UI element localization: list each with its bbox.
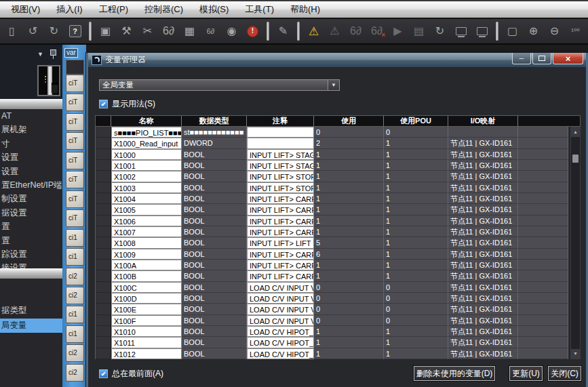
cell-comment[interactable]: INPUT LIFT> CARR [247,216,314,226]
row-selector[interactable] [96,171,111,182]
background-row-7[interactable]: ciT [66,209,84,227]
toolbar-button-go-offline[interactable]: ⚠ [324,21,345,41]
background-row-14[interactable]: ci2 [66,344,84,362]
row-selector[interactable] [96,293,111,304]
toolbar-button-build[interactable]: ⚒ [116,21,137,41]
sidebar-item-top-6[interactable]: 制设置 [0,192,62,205]
toolbar-button-error-list[interactable]: ! [242,21,263,41]
cell-comment[interactable]: INPUT LIFT> STAG [247,160,314,171]
close-button[interactable]: 关闭(C) [548,366,581,381]
cell-name[interactable]: X100E [111,304,182,314]
background-row-15[interactable]: ci2 [66,364,84,382]
cell-comment[interactable]: LOAD C/V INPUT V [247,315,314,326]
toolbar-button-zoom-in[interactable]: ⊕ [523,21,544,41]
row-selector[interactable] [96,127,111,138]
sidebar-item-top-7[interactable]: 据设置 [0,206,62,220]
cell-comment[interactable]: INPUT LIFT> CARR [247,260,314,270]
menu-item-5[interactable]: 工具(T) [237,3,282,16]
cell-name[interactable]: X100C [111,282,182,293]
toolbar-button-fit-zoom[interactable]: ▢ [502,21,523,41]
menu-item-2[interactable]: 工程(P) [91,3,136,16]
close-button[interactable]: × [553,53,583,64]
toolbar-button-delete[interactable]: ▯ [1,21,22,41]
scrollbar-thumb[interactable] [572,155,579,163]
background-row-12[interactable]: ci1 [66,306,84,323]
background-row-9[interactable]: ci1 [66,248,84,266]
cell-comment[interactable]: INPUT LIFT> STOP [247,171,314,182]
menu-item-3[interactable]: 控制器(C) [136,3,191,16]
row-selector[interactable] [96,204,111,215]
menu-item-0[interactable]: 视图(V) [3,3,48,16]
vertical-scrollbar[interactable]: ▴ ▾ [570,127,581,359]
cell-name[interactable]: X1008 [111,237,182,248]
row-selector[interactable] [96,260,111,270]
background-row-4[interactable]: ciT [66,152,84,169]
sidebar-item-top-8[interactable]: 置 [0,220,62,233]
row-selector[interactable] [96,326,111,337]
toolbar-button-run-program[interactable]: ▶ [387,21,408,41]
toolbar-button-edit-mode[interactable]: ✎ [273,21,294,41]
cell-comment[interactable]: INPUT LIFT> CARR [247,193,314,204]
cell-name[interactable]: s■■■■PIO_LIST■■■ [111,127,182,138]
show-usage-checkbox[interactable]: ✔ [99,100,108,108]
sidebar-item-top-10[interactable]: 踪设置 [0,247,62,261]
column-header-0[interactable]: 名称 [111,116,182,126]
column-header-5[interactable]: I/O映射 [448,116,518,126]
cell-name[interactable]: X1000 [111,149,182,160]
row-selector[interactable] [96,249,111,260]
cell-name[interactable]: X100F [111,315,182,326]
background-row-10[interactable]: ci2 [66,268,84,285]
cell-comment[interactable]: LOAD C/V HIPOT_ [247,326,314,337]
scroll-up-arrow[interactable]: ▴ [571,127,580,137]
cell-comment[interactable]: INPUT LIFT> CARR [247,270,314,281]
cell-comment[interactable]: INPUT LIFT> LIFT ( [247,237,314,248]
delete-unused-button[interactable]: 删除未使用的变量(D) [414,366,495,381]
sidebar-item-top-0[interactable]: AT [0,109,62,123]
cell-comment[interactable]: LOAD C/V INPUT V [247,282,314,293]
toolbar-button-io-watch[interactable]: 6∂ [200,21,221,41]
toolbar-button-go-online[interactable]: ⚠ [303,21,324,41]
row-selector[interactable] [96,226,111,237]
cell-name[interactable]: X1009 [111,249,182,260]
sidebar-item-top-3[interactable]: 设置 [0,150,62,164]
toolbar-button-binoculars-search[interactable]: ◉ [221,21,242,41]
row-selector[interactable] [96,149,111,160]
cell-name[interactable]: X1002 [111,171,182,182]
sidebar-item-bottom-1[interactable]: 局变量 [0,319,62,333]
background-row-5[interactable]: ciT [66,171,84,188]
cell-comment[interactable]: LOAD C/V INPUT V [247,304,314,314]
toolbar-button-redo[interactable]: ↻ [43,21,64,41]
toolbar-button-arrange-windows[interactable]: ▣ [95,21,116,41]
cell-name[interactable]: X1005 [111,204,182,215]
toolbar-button-monitor-1[interactable] [450,21,471,41]
chevron-down-icon[interactable]: ▼ [37,51,43,58]
toolbar-button-help[interactable]: ? [64,21,85,41]
toolbar-button-zoom-100[interactable]: ¹⁰⁰ [565,21,586,41]
row-selector[interactable] [96,270,111,281]
toolbar-button-monitor-2[interactable] [471,21,492,41]
column-header-2[interactable]: 注释 [247,116,314,126]
scroll-down-arrow[interactable]: ▾ [571,349,580,359]
toolbar-button-transfer-program[interactable]: ▤ [408,21,429,41]
cell-name[interactable]: X1011 [111,337,182,348]
cell-name[interactable]: X1012 [111,348,182,359]
cell-comment[interactable]: LOAD C/V HIPOT_ [247,348,314,359]
row-selector[interactable] [96,193,111,204]
cell-name[interactable]: X1006 [111,216,182,226]
row-selector[interactable] [96,282,111,293]
background-row-13[interactable]: ci1 [66,325,84,343]
restore-button[interactable] [532,53,551,64]
row-selector[interactable] [96,337,111,348]
row-selector[interactable] [96,348,111,359]
cell-comment[interactable]: LOAD C/V HIPOT_ [247,337,314,348]
cell-name[interactable]: X1010 [111,326,182,337]
sidebar-item-bottom-0[interactable]: 据类型 [0,304,62,319]
cell-name[interactable]: X1000_Read_input [111,138,182,148]
sidebar-item-top-1[interactable]: 展机架 [0,123,62,136]
toolbar-button-remove-watch[interactable]: 6∂× [366,21,387,41]
cell-comment[interactable]: INPUT LIFT> CARR [247,249,314,260]
always-on-top-checkbox[interactable]: ✔ [99,369,108,378]
toolbar-button-zoom-out[interactable]: ⊖ [544,21,565,41]
chevron-down-icon[interactable]: ▼ [328,80,339,90]
background-row-2[interactable]: ciT [66,113,84,131]
